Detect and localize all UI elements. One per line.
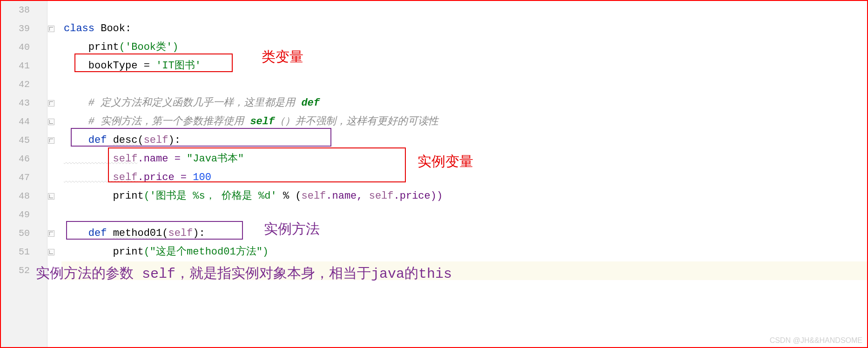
code-line: def method01(self): [64,224,205,243]
token-self: self [369,190,394,202]
code-line: print('图书是 %s， 价格是 %d' % (self.name, sel… [64,187,443,206]
token-fn: print [64,190,144,202]
token-self: self [301,190,326,202]
line-number: 49 [1,206,30,224]
line-number: 46 [1,150,30,168]
line-number: 44 [1,113,30,131]
token-punct: ( [137,134,143,146]
line-number: 40 [1,38,30,57]
line-number: 39 [1,20,30,38]
token-comment: （）并不强制，这样有更好的可读性 [275,116,438,127]
token-string: "Java书本" [187,153,244,165]
token-comment-keyword: self [250,116,275,127]
token-self: self [64,172,137,183]
code-line: print("这是个method01方法") [64,243,269,261]
token-comment: # 定义方法和定义函数几乎一样，这里都是用 [64,97,301,109]
line-number: 52 [1,261,30,280]
code-line: bookType = 'IT图书' [64,57,201,75]
fold-marker-open-icon[interactable] [48,137,54,144]
token-string: ('Book类') [119,41,179,53]
token-text: bookType = [64,60,156,72]
token-self: self [64,153,137,165]
token-string: ("这是个method01方法") [144,246,269,258]
code-line: # 定义方法和定义函数几乎一样，这里都是用 def [64,94,320,113]
token-keyword: def [64,228,113,239]
code-line: self.price = 100 [64,168,211,187]
token-keyword: class [64,23,94,34]
token-attr: .name, [326,190,369,202]
token-fn-name: desc [113,134,138,146]
line-number: 50 [1,224,30,243]
token-fn-name: method01 [113,228,162,239]
code-line: class Book: [64,20,131,38]
token-punct: ( [162,228,168,239]
token-punct: ): [193,228,205,239]
token-string: ('图书是 %s， 价格是 %d' [144,190,283,202]
token-classname: Book: [94,23,131,34]
line-number: 51 [1,243,30,261]
editor-frame: Structure 38 39 40 41 42 43 44 45 46 47 … [0,0,868,348]
token-fn: print [64,246,144,258]
token-self: self [144,134,168,146]
code-line: # 实例方法，第一个参数推荐使用 self（）并不强制，这样有更好的可读性 [64,113,438,131]
fold-marker-open-icon[interactable] [48,230,54,237]
code-area[interactable]: class Book: print('Book类') bookType = 'I… [64,1,867,347]
code-line: self.name = "Java书本" [64,150,244,168]
token-punct: % ( [283,190,302,202]
token-attr: .name = [137,153,187,165]
fold-gutter [47,1,61,347]
line-number: 47 [1,168,30,187]
line-number: 45 [1,131,30,150]
line-number: 38 [1,1,30,20]
line-number: 41 [1,57,30,75]
token-attr: .price = [137,172,193,183]
token-fn: print [64,41,119,53]
fold-marker-close-icon[interactable] [48,119,54,125]
token-attr: .price)) [394,190,443,202]
fold-marker-open-icon[interactable] [48,26,54,32]
token-punct: ): [168,134,180,146]
token-comment-keyword: def [301,97,320,109]
token-number: 100 [193,172,211,183]
token-string: 'IT图书' [156,60,201,72]
token-keyword: def [64,134,113,146]
token-comment: # 实例方法，第一个参数推荐使用 [64,116,250,127]
code-line: print('Book类') [64,38,178,57]
line-number: 48 [1,187,30,206]
fold-marker-close-icon[interactable] [48,193,54,200]
watermark: CSDN @JH&&HANDSOME [770,336,862,345]
annotation-self-note: 实例方法的参数 self，就是指实例对象本身，相当于java的this [36,264,452,283]
line-number: 42 [1,75,30,94]
code-line: def desc(self): [64,131,181,150]
fold-marker-open-icon[interactable] [48,100,54,107]
fold-marker-close-icon[interactable] [48,249,54,255]
line-number: 43 [1,94,30,113]
token-self: self [168,228,193,239]
